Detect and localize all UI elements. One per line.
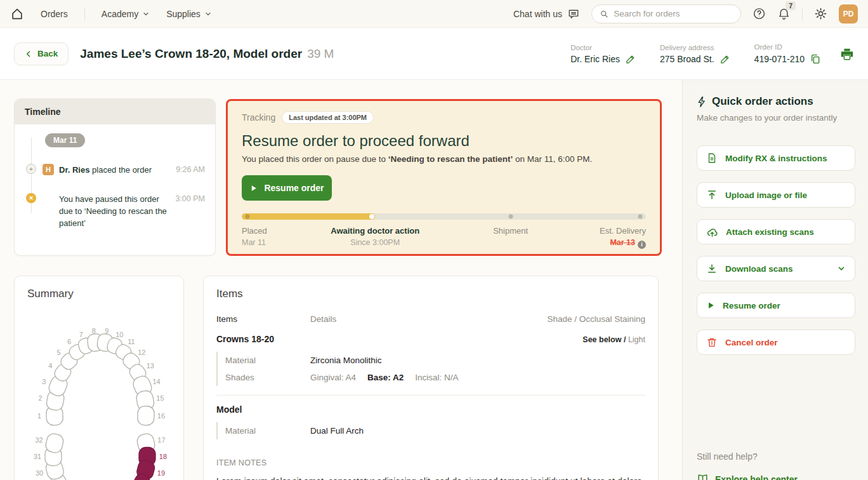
svg-text:16: 16 [157, 412, 165, 420]
progress-fill [242, 213, 375, 220]
svg-text:13: 13 [147, 362, 154, 370]
cancel-order-button[interactable]: Cancel order [697, 330, 855, 355]
search-icon [600, 9, 608, 19]
detail-value: Dual Full Arch [310, 426, 364, 436]
copy-icon[interactable] [810, 53, 821, 65]
quick-actions-sidebar: Quick order actions Make changes to your… [682, 80, 868, 480]
items-title: Items [216, 288, 645, 300]
home-icon[interactable] [10, 7, 24, 21]
order-progress-bar: Placed Mar 11 Awaiting doctor action Sin… [242, 213, 646, 253]
crown-details: Material Zirconia Monolithic Shades Ging… [216, 352, 645, 386]
download-scans-button[interactable]: Download scans [697, 256, 855, 281]
trash-icon [706, 337, 718, 348]
order-header: Back James Lee’s Crown 18-20, Model orde… [0, 28, 868, 80]
svg-text:11: 11 [128, 338, 135, 345]
svg-text:12: 12 [138, 349, 145, 356]
svg-text:1: 1 [37, 412, 41, 420]
detail-label: Material [225, 356, 310, 365]
nav-divider [802, 8, 803, 20]
item-name: Model [216, 404, 242, 415]
chevron-down-icon [204, 10, 212, 18]
resume-order-button[interactable]: Resume order [242, 175, 332, 201]
explore-help-center-link[interactable]: Explore help center [697, 473, 855, 480]
play-icon [706, 301, 715, 310]
tracking-card: Tracking Last updated at 3:00PM Resume o… [226, 99, 662, 256]
last-updated-badge: Last updated at 3:00PM [282, 111, 374, 124]
item-name: Crowns 18-20 [216, 334, 274, 344]
stage-awaiting-doctor-action: Awaiting doctor action Since 3:00PM [331, 226, 419, 247]
svg-text:3: 3 [42, 378, 46, 385]
search-input[interactable] [614, 9, 733, 18]
expand-event-icon[interactable]: + [26, 164, 36, 174]
upload-image-button[interactable]: Upload image or file [697, 182, 855, 208]
event-time: 3:00 PM [175, 193, 205, 203]
nav-supplies[interactable]: Supplies [166, 9, 212, 19]
timeline-event: ✕ You have paused this order due to ‘Nee… [26, 193, 205, 230]
stage-est-delivery: Est. Delivery Mar 13i [600, 226, 646, 249]
nav-orders[interactable]: Orders [41, 9, 68, 19]
quick-actions-title: Quick order actions [697, 95, 855, 108]
download-icon [706, 263, 718, 274]
items-table-header: Items Details Shade / Occlusal Staining [216, 314, 645, 324]
svg-text:5: 5 [57, 349, 61, 356]
help-icon[interactable] [753, 7, 766, 20]
book-icon [697, 473, 709, 480]
doctor-name: Dr. Eric Ries [570, 54, 620, 64]
avatar[interactable]: PD [839, 4, 858, 23]
svg-text:32: 32 [35, 436, 43, 444]
svg-text:31: 31 [34, 453, 41, 460]
edit-doctor-pencil-icon[interactable] [625, 54, 636, 65]
info-icon[interactable]: i [638, 241, 646, 249]
delayed-delivery-date: Mar 13 [610, 238, 635, 247]
tracking-heading: Resume order to proceed forward [242, 132, 646, 150]
search-box [591, 4, 741, 23]
notifications-bell-icon[interactable]: 7 [777, 7, 791, 20]
back-button[interactable]: Back [14, 43, 69, 65]
svg-text:9: 9 [105, 327, 109, 335]
items-card: Items Items Details Shade / Occlusal Sta… [203, 276, 659, 480]
timeline-date-badge: Mar 11 [45, 133, 85, 147]
cloud-upload-icon [706, 226, 718, 238]
svg-text:30: 30 [36, 469, 43, 477]
model-item-row: Model [216, 404, 645, 415]
nav-chat-with-us[interactable]: Chat with us [513, 8, 580, 20]
svg-text:18: 18 [159, 453, 167, 460]
modify-rx-button[interactable]: Modify RX & instructions [697, 145, 855, 171]
event-text: You have paused this order due to ‘Needi… [59, 193, 173, 230]
event-actor: Dr. Ries [59, 165, 89, 175]
order-id: 419-071-210 [754, 54, 805, 64]
document-icon [706, 152, 718, 164]
incisal-shade: Incisal: N/A [415, 373, 458, 382]
base-shade: Base: A2 [367, 373, 404, 382]
chat-icon [567, 8, 580, 20]
upload-icon [706, 189, 718, 201]
attach-scans-button[interactable]: Attach existing scans [697, 219, 855, 244]
svg-text:19: 19 [157, 469, 165, 477]
sidebar-resume-order-button[interactable]: Resume order [697, 293, 855, 318]
svg-text:8: 8 [92, 327, 96, 335]
order-id-meta: Order ID 419-071-210 [754, 43, 821, 65]
svg-text:10: 10 [115, 331, 123, 338]
progress-dot-shipment [508, 215, 513, 219]
timeline-event: + H Dr. Ries placed the order 9:26 AM [26, 164, 205, 177]
detail-label: Material [225, 426, 310, 436]
progress-dot-placed [246, 215, 250, 219]
item-shade: See below / Light [582, 335, 645, 344]
svg-text:2: 2 [39, 394, 43, 402]
print-icon[interactable] [840, 47, 854, 61]
detail-value: Zirconia Monolithic [310, 356, 382, 365]
summary-card: Summary 12345678910111213141516171819202… [14, 276, 184, 480]
crown-item-row: Crowns 18-20 See below / Light [216, 334, 645, 344]
tracking-description: You placed this order on pause due to ‘N… [242, 154, 646, 164]
model-details: Material Dual Full Arch [216, 422, 645, 439]
chevron-down-icon [142, 10, 150, 18]
stage-placed: Placed Mar 11 [242, 226, 267, 247]
item-notes-text: Lorem ipsum dolor sit amet, consectetur … [216, 474, 645, 480]
edit-address-pencil-icon[interactable] [720, 54, 730, 65]
summary-title: Summary [27, 288, 183, 300]
gear-icon[interactable] [814, 7, 827, 20]
gingival-shade: Gingival: A4 [310, 373, 356, 382]
notification-badge: 7 [786, 1, 796, 10]
nav-divider [84, 8, 85, 20]
nav-academy[interactable]: Academy [102, 9, 150, 19]
